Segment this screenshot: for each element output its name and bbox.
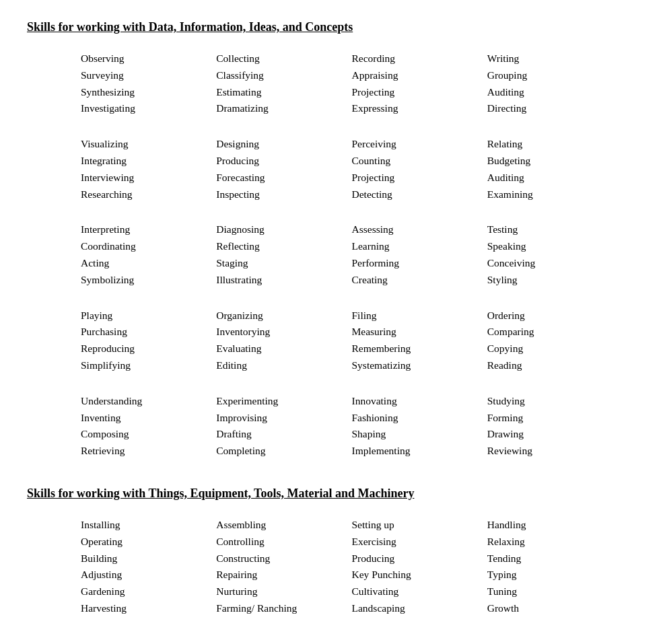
skill-item: Interpreting xyxy=(81,221,216,238)
col-col3-group-4: InnovatingFashioningShapingImplementing xyxy=(352,393,487,460)
skill-item: Acting xyxy=(81,255,216,272)
col-col4-group-2: TestingSpeakingConceivingStyling xyxy=(487,221,623,288)
col-col4-group-4: StudyingFormingDrawingReviewing xyxy=(487,393,623,460)
skill-item: Expressing xyxy=(352,100,487,117)
skill-item: Tending xyxy=(487,550,623,567)
skill-item: Farming/ Ranching xyxy=(216,600,351,617)
col-s2-col4-group-0: HandlingRelaxingTendingTypingTuningGrowt… xyxy=(487,517,623,617)
skill-item: Cultivating xyxy=(352,583,487,600)
skill-item: Synthesizing xyxy=(81,84,216,101)
skill-item: Measuring xyxy=(352,324,487,341)
skill-item: Dramatizing xyxy=(216,100,351,117)
skill-item: Operating xyxy=(81,534,216,550)
skill-item: Completing xyxy=(216,443,351,460)
skill-item: Landscaping xyxy=(352,600,487,617)
skill-item: Building xyxy=(81,550,216,567)
skill-item: Visualizing xyxy=(81,136,216,153)
skill-item: Filing xyxy=(352,308,487,324)
skill-item: Grouping xyxy=(487,67,623,84)
skill-item: Remembering xyxy=(352,341,487,357)
skill-item: Installing xyxy=(81,517,216,534)
skill-item: Simplifying xyxy=(81,357,216,374)
skill-item: Examining xyxy=(487,186,623,203)
group-block-4: UnderstandingInventingComposingRetrievin… xyxy=(81,393,623,460)
skill-item: Performing xyxy=(352,255,487,272)
skill-item: Setting up xyxy=(352,517,487,534)
group-block-3: PlayingPurchasingReproducingSimplifyingO… xyxy=(81,308,623,374)
col-col2-group-4: ExperimentingImprovisingDraftingCompleti… xyxy=(216,393,351,460)
skill-item: Experimenting xyxy=(216,393,351,410)
section2-title: Skills for working with Things, Equipmen… xyxy=(27,487,636,501)
skill-item: Harvesting xyxy=(81,600,216,617)
section2-groups: InstallingOperatingBuildingAdjustingGard… xyxy=(27,517,636,617)
section1: Skills for working with Data, Informatio… xyxy=(27,20,636,460)
skill-item: Integrating xyxy=(81,153,216,170)
skill-item: Staging xyxy=(216,255,351,272)
skill-item: Implementing xyxy=(352,443,487,460)
skill-item: Relating xyxy=(487,136,623,153)
skill-item: Assessing xyxy=(352,221,487,238)
skill-item: Recording xyxy=(352,50,487,67)
skill-item: Reproducing xyxy=(81,341,216,357)
skill-item: Creating xyxy=(352,272,487,289)
col-col4-group-0: WritingGroupingAuditingDirecting xyxy=(487,50,623,117)
skill-item: Copying xyxy=(487,341,623,357)
col-col2-group-2: DiagnosingReflectingStagingIllustrating xyxy=(216,221,351,288)
skill-item: Forming xyxy=(487,410,623,427)
skill-item: Controlling xyxy=(216,534,351,550)
skill-item: Assembling xyxy=(216,517,351,534)
col-col3-group-3: FilingMeasuringRememberingSystematizing xyxy=(352,308,487,374)
skill-item: Evaluating xyxy=(216,341,351,357)
col-col4-group-3: OrderingComparingCopyingReading xyxy=(487,308,623,374)
skill-item: Inspecting xyxy=(216,186,351,203)
skill-item: Symbolizing xyxy=(81,272,216,289)
skill-item: Appraising xyxy=(352,67,487,84)
skill-item: Nurturing xyxy=(216,583,351,600)
skill-item: Key Punching xyxy=(352,567,487,583)
skill-item: Understanding xyxy=(81,393,216,410)
skill-item: Estimating xyxy=(216,84,351,101)
skill-item: Innovating xyxy=(352,393,487,410)
skill-item: Purchasing xyxy=(81,324,216,341)
skill-item: Investigating xyxy=(81,100,216,117)
group-block-s2-0: InstallingOperatingBuildingAdjustingGard… xyxy=(81,517,623,617)
skill-item: Reading xyxy=(487,357,623,374)
skill-item: Inventorying xyxy=(216,324,351,341)
skill-item: Tuning xyxy=(487,583,623,600)
skill-item: Inventing xyxy=(81,410,216,427)
skill-item: Fashioning xyxy=(352,410,487,427)
col-s2-col3-group-0: Setting upExercisingProducingKey Punchin… xyxy=(352,517,487,617)
col-col1-group-1: VisualizingIntegratingInterviewingResear… xyxy=(81,136,216,203)
skill-item: Improvising xyxy=(216,410,351,427)
skill-item: Shaping xyxy=(352,426,487,443)
col-s2-col2-group-0: AssemblingControllingConstructingRepairi… xyxy=(216,517,351,617)
skill-item: Studying xyxy=(487,393,623,410)
skill-item: Relaxing xyxy=(487,534,623,550)
skill-item: Comparing xyxy=(487,324,623,341)
col-col1-group-2: InterpretingCoordinatingActingSymbolizin… xyxy=(81,221,216,288)
skill-item: Adjusting xyxy=(81,567,216,583)
col-col4-group-1: RelatingBudgetingAuditingExamining xyxy=(487,136,623,203)
skill-item: Retrieving xyxy=(81,443,216,460)
skill-item: Repairing xyxy=(216,567,351,583)
section1-title: Skills for working with Data, Informatio… xyxy=(27,20,636,34)
skill-item: Ordering xyxy=(487,308,623,324)
skill-item: Perceiving xyxy=(352,136,487,153)
col-col3-group-1: PerceivingCountingProjectingDetecting xyxy=(352,136,487,203)
skill-item: Coordinating xyxy=(81,238,216,255)
skill-item: Composing xyxy=(81,426,216,443)
skill-item: Exercising xyxy=(352,534,487,550)
skill-item: Researching xyxy=(81,186,216,203)
skill-item: Conceiving xyxy=(487,255,623,272)
skill-item: Writing xyxy=(487,50,623,67)
skill-item: Drafting xyxy=(216,426,351,443)
skill-item: Testing xyxy=(487,221,623,238)
col-col2-group-1: DesigningProducingForecastingInspecting xyxy=(216,136,351,203)
skill-item: Producing xyxy=(216,153,351,170)
skill-item: Classifying xyxy=(216,67,351,84)
skill-item: Handling xyxy=(487,517,623,534)
skill-item: Producing xyxy=(352,550,487,567)
skill-item: Drawing xyxy=(487,426,623,443)
col-col3-group-0: RecordingAppraisingProjectingExpressing xyxy=(352,50,487,117)
group-block-0: ObservingSurveyingSynthesizingInvestigat… xyxy=(81,50,623,117)
